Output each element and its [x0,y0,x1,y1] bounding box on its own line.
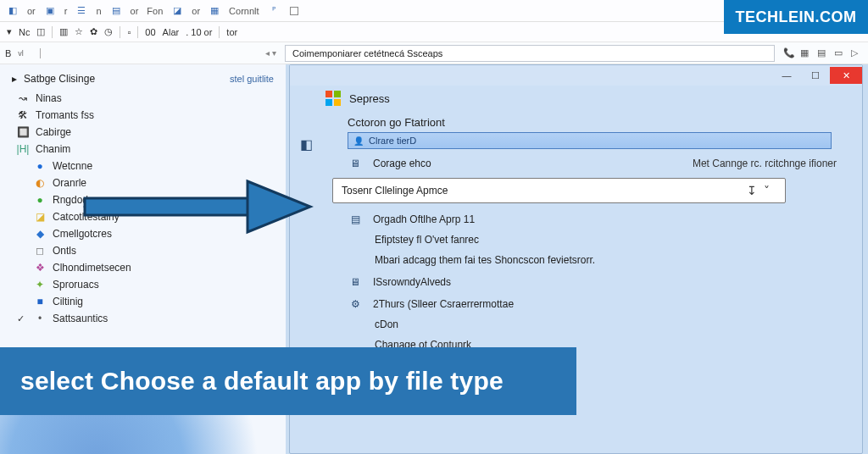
nav-icon: ■ [34,296,46,307]
address-toolbar-right: 📞 ▦ ▤ ▭ ▷ [783,47,863,59]
window-titlebar: — ☐ ✕ [290,65,862,86]
card-icon[interactable]: ▭ [834,47,846,59]
tool-icon-5[interactable]: ◪ [171,5,183,17]
nav-icon: |H| [17,143,29,155]
nav-icon: • [34,313,46,324]
tool-label[interactable]: Alar [163,27,180,37]
option-desc: Mbari adcagg them fai tes Shoncscon fevi… [375,254,837,266]
tool-label[interactable]: or [192,6,200,16]
small-tool-b[interactable]: ▥ [59,26,68,37]
watermark-text: TECHLEIN.COM [736,8,857,26]
dropdown-separator [36,48,41,58]
nav-icon: ◪ [34,211,46,223]
list-icon: ▤ [348,212,363,227]
tool-label[interactable]: Fon [147,6,163,16]
highlighted-setting-bar[interactable]: 👤 Clrare tierD [348,132,832,149]
tool-label[interactable]: or [27,6,36,16]
option-row[interactable]: ▤ Orgadh Oftlhe Aprp 11 [348,212,837,227]
windows-logo-icon [326,91,341,106]
nav-item[interactable]: ●Wetcnne [12,158,274,174]
tool-icon-2[interactable]: ▣ [44,5,56,17]
address-left-label[interactable]: B [5,48,11,58]
nav-icon: ● [34,194,46,206]
option-row[interactable]: cDon [375,318,837,330]
tool-label[interactable]: Cornnlt [229,6,259,16]
tool-icon-3[interactable]: ☰ [75,5,87,17]
tool-label[interactable]: tor [226,27,237,37]
play-icon[interactable]: ▷ [851,47,863,59]
tool-icon-8[interactable] [288,5,300,17]
tool-icon-4[interactable]: ▤ [110,5,122,17]
nav-item[interactable]: ✦Sproruacs [12,276,274,293]
banner-text: select Choose a default app by file type [20,367,504,396]
chevron-down-icon[interactable]: ◂ ▾ [265,48,276,58]
minimize-button[interactable]: — [772,67,801,84]
option-row[interactable]: ⚙ 2Thurs (Slleer Csraerrermottae [348,296,837,312]
nav-item[interactable]: |H|Chanim [12,141,274,158]
separator [120,26,120,38]
small-tool-f[interactable]: ▫ [127,27,131,37]
nav-icon: ❖ [34,262,46,274]
chevron-down-icon[interactable]: ▾ [7,26,12,37]
small-tool-c[interactable]: ☆ [75,26,83,37]
separator [137,26,138,38]
nav-item[interactable]: 🛠Tromants fss [12,107,274,124]
nav-item[interactable]: ◻Ontls [12,242,274,259]
option-change-row[interactable]: 🖥 Corage ehco Met Cannge rc. rcitchnge i… [348,156,837,171]
tool-label[interactable]: Nc [19,27,30,37]
settings-content: Sepress Cctoron go Ftatriont 👤 Clrare ti… [326,89,862,359]
back-icon[interactable]: ◧ [300,136,315,152]
choose-default-app-dropdown[interactable]: Tosenr Cllelinge Apmce ↧ ˅ [332,178,786,203]
left-panel-action-link[interactable]: stel guitlite [230,74,274,84]
tool-icon-7[interactable]: ᴾ [268,5,280,17]
option-row[interactable]: 🖥 ISsrowndyAlveds [348,274,837,290]
tool-label[interactable]: . 10 or [186,27,212,37]
svg-rect-2 [326,99,332,106]
nav-icon: ◐ [34,177,46,189]
section-header: Cctoron go Ftatriont [348,116,837,129]
nav-item[interactable]: ◆Cmellgotcres [12,225,274,242]
small-tool-a[interactable]: ◫ [36,26,45,37]
nav-icon: ◻ [34,245,46,257]
settings-side-rail: ◧ [290,89,326,359]
close-button[interactable]: ✕ [830,67,862,84]
tool-label[interactable]: or [131,6,139,16]
nav-icon: ● [34,160,46,172]
nav-item[interactable]: ◪Catcotltestalny [12,208,274,225]
caret-icon[interactable]: ▸ [12,73,17,85]
nav-item[interactable]: 🔲Cabirge [12,124,274,141]
watermark-logo: TECHLEIN.COM [724,0,868,34]
page-icon[interactable]: ▤ [817,47,829,59]
settings-title: Sepress [349,92,390,105]
nav-icon: 🔲 [17,126,29,138]
tool-icon-6[interactable]: ▦ [209,5,220,17]
address-row: B vl ◂ ▾ Coimemponiarer cetétnecá Ssceap… [0,42,868,64]
nav-item[interactable]: ■Ciltinig [12,293,274,310]
tool-label[interactable]: r [64,6,68,16]
gear-icon: ⚙ [348,296,363,312]
svg-rect-1 [334,91,341,97]
nav-icon: ↝ [17,92,29,104]
nav-item[interactable]: ✓•Sattsauntics [12,310,274,327]
instruction-banner: select Choose a default app by file type [0,347,576,415]
small-tool-d[interactable]: ✿ [90,26,97,37]
monitor-icon: 🖥 [348,274,363,290]
nav-item[interactable]: ●Rngdod cnn [12,191,274,208]
svg-rect-3 [334,99,341,106]
tool-icon-1[interactable]: ◧ [7,5,19,17]
small-tool-e[interactable]: ◷ [104,26,113,37]
maximize-button[interactable]: ☐ [801,67,830,84]
nav-icon: ✦ [34,279,46,291]
dropdown-arrow-icon: ↧ ˅ [747,184,770,197]
nav-item[interactable]: ◐Oranrle [12,174,274,191]
breadcrumb-address-bar[interactable]: Coimemponiarer cetétnecá Ssceaps [285,45,775,62]
nav-item[interactable]: ❖Clhondimetsecen [12,259,274,276]
tool-label[interactable]: n [96,6,101,16]
nav-icon: ◆ [34,228,46,240]
grid-icon[interactable]: ▦ [800,47,812,59]
phone-icon[interactable]: 📞 [783,47,795,59]
option-row[interactable]: Efiptstey fl O'vet fanrec [375,234,837,246]
person-icon: 👤 [353,136,364,146]
nav-item[interactable]: ↝Ninas [12,90,274,107]
tool-label[interactable]: 00 [145,27,155,37]
